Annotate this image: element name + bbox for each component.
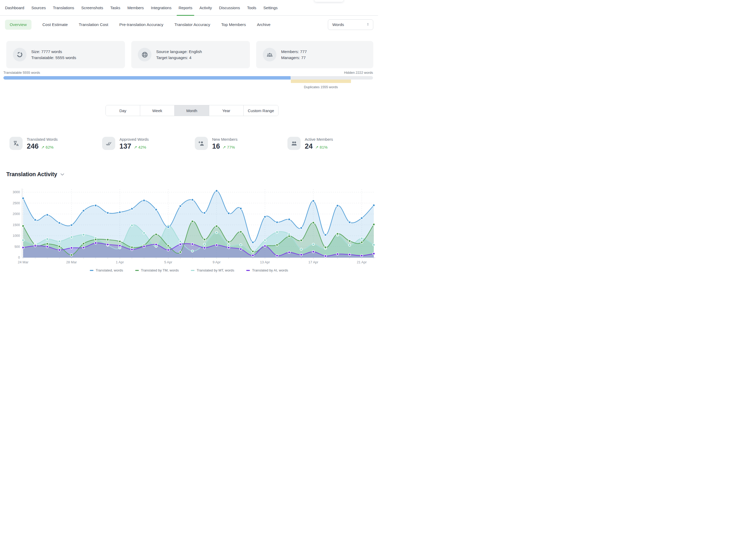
point-translated-by-ai-words bbox=[179, 243, 181, 245]
nav-item-activity[interactable]: Activity bbox=[199, 0, 212, 15]
point-translated-by-ai-words bbox=[300, 254, 302, 256]
subnav-item-top-members[interactable]: Top Members bbox=[221, 22, 246, 27]
point-translated-by-ai-words bbox=[22, 246, 24, 249]
nav-item-integrations[interactable]: Integrations bbox=[151, 0, 171, 15]
point-translated-by-tm-words bbox=[216, 225, 218, 227]
point-translated-by-ai-words bbox=[324, 255, 327, 257]
point-translated-by-ai-words bbox=[119, 244, 121, 247]
point-translated-by-ai-words bbox=[348, 253, 351, 256]
stat-value: 246 bbox=[27, 142, 39, 150]
point-translated-words bbox=[203, 212, 206, 214]
point-translated-by-tm-words bbox=[95, 238, 97, 241]
summary-card-size: Size: 7777 wordsTranslatable: 5555 words bbox=[6, 41, 125, 68]
point-translated-by-mt-words bbox=[228, 244, 230, 246]
range-tab-month[interactable]: Month bbox=[174, 105, 209, 116]
legend-label: Translated, words bbox=[96, 268, 123, 272]
chart-svg: 05001000150020002500300024 Mar28 Mar1 Ap… bbox=[0, 181, 378, 267]
subnav-item-pre-translation-accuracy[interactable]: Pre-translation Accuracy bbox=[119, 22, 163, 27]
top-nav: DashboardSourcesTranslationsScreenshotsT… bbox=[0, 0, 378, 16]
subnav-item-translation-cost[interactable]: Translation Cost bbox=[79, 22, 108, 27]
summary-line: Translatable: 5555 words bbox=[31, 55, 76, 61]
translatable-label: Translatable 5555 words bbox=[3, 71, 40, 75]
legend-item-translated-by-tm-words[interactable]: Translated by TM, words bbox=[135, 268, 179, 272]
stat-value: 16 bbox=[212, 142, 220, 150]
x-axis-tick-label: 24 Mar bbox=[18, 260, 29, 264]
point-translated-words bbox=[240, 207, 242, 210]
units-select[interactable]: Words bbox=[328, 19, 373, 30]
people-icon bbox=[287, 137, 301, 150]
stat-change: ↗ 62% bbox=[41, 145, 54, 150]
point-translated-words bbox=[264, 216, 266, 218]
point-translated-by-tm-words bbox=[46, 243, 49, 245]
translatable-bar bbox=[3, 76, 291, 80]
summary-line: Size: 7777 words bbox=[31, 49, 76, 55]
subnav-item-translator-accuracy[interactable]: Translator Accuracy bbox=[174, 22, 210, 27]
nav-item-screenshots[interactable]: Screenshots bbox=[81, 0, 103, 15]
legend-item-translated-by-ai-words[interactable]: Translated by AI, words bbox=[246, 268, 288, 272]
point-translated-words bbox=[46, 214, 49, 216]
point-translated-words bbox=[191, 199, 194, 201]
x-axis-tick-label: 5 Apr bbox=[164, 260, 172, 264]
point-translated-words bbox=[312, 200, 314, 202]
nav-item-dashboard[interactable]: Dashboard bbox=[5, 0, 24, 15]
range-tab-day[interactable]: Day bbox=[106, 105, 140, 116]
point-translated-by-tm-words bbox=[179, 251, 181, 253]
range-tab-custom-range[interactable]: Custom Range bbox=[243, 105, 278, 116]
chevron-down-icon[interactable] bbox=[60, 172, 64, 177]
nav-item-sources[interactable]: Sources bbox=[31, 0, 46, 15]
legend-dash-icon bbox=[90, 270, 93, 271]
summary-line: Source language: English bbox=[156, 49, 202, 55]
nav-item-tasks[interactable]: Tasks bbox=[110, 0, 120, 15]
point-translated-words bbox=[58, 222, 61, 224]
y-axis-tick-label: 500 bbox=[14, 245, 20, 249]
legend-dash-icon bbox=[246, 270, 250, 271]
point-translated-by-mt-words bbox=[143, 232, 145, 234]
x-axis-tick-label: 9 Apr bbox=[213, 260, 221, 264]
x-axis-tick-label: 1 Apr bbox=[116, 260, 124, 264]
range-tab-week[interactable]: Week bbox=[140, 105, 174, 116]
stat-active-members: Active Members24↗ 81% bbox=[287, 137, 378, 150]
x-axis-tick-label: 13 Apr bbox=[260, 260, 270, 264]
subnav-item-archive[interactable]: Archive bbox=[257, 22, 271, 27]
legend-item-translated-by-mt-words[interactable]: Translated by MT, words bbox=[191, 268, 234, 272]
nav-item-settings[interactable]: Settings bbox=[263, 0, 277, 15]
nav-item-reports[interactable]: Reports bbox=[179, 0, 192, 15]
point-translated-by-ai-words bbox=[264, 245, 266, 247]
subnav-item-cost-estimate[interactable]: Cost Estimate bbox=[43, 22, 68, 27]
point-translated-by-tm-words bbox=[336, 233, 339, 235]
subnav-item-overview[interactable]: Overview bbox=[5, 20, 31, 30]
point-translated-by-tm-words bbox=[373, 223, 375, 226]
globe-icon bbox=[138, 48, 151, 61]
point-translated-words bbox=[70, 224, 73, 226]
section-header: Translation Activity bbox=[6, 171, 64, 178]
nav-item-discussions[interactable]: Discussions bbox=[219, 0, 240, 15]
y-axis-tick-label: 0 bbox=[18, 256, 20, 259]
nav-item-tools[interactable]: Tools bbox=[247, 0, 256, 15]
hidden-label: Hidden 2222 words bbox=[344, 71, 373, 75]
legend-item-translated-words[interactable]: Translated, words bbox=[90, 268, 123, 272]
point-translated-by-ai-words bbox=[336, 253, 339, 255]
section-title: Translation Activity bbox=[6, 171, 57, 178]
point-translated-by-ai-words bbox=[155, 243, 157, 246]
point-translated-by-tm-words bbox=[155, 233, 157, 236]
nav-item-members[interactable]: Members bbox=[127, 0, 144, 15]
point-translated-by-mt-words bbox=[131, 224, 133, 227]
point-translated-by-mt-words bbox=[348, 244, 351, 246]
summary-line: Target languages: 4 bbox=[156, 55, 202, 61]
point-translated-by-mt-words bbox=[179, 240, 181, 243]
point-translated-words bbox=[252, 241, 254, 244]
summary-line: Members: 777 bbox=[281, 49, 307, 55]
point-translated-by-mt-words bbox=[203, 243, 206, 245]
translate-icon: A bbox=[9, 137, 23, 150]
translation-activity-chart[interactable]: 05001000150020002500300024 Mar28 Mar1 Ap… bbox=[0, 181, 378, 267]
person-add-icon bbox=[195, 137, 208, 150]
stat-new-members: New Members16↗ 77% bbox=[195, 137, 287, 150]
legend-dash-icon bbox=[135, 270, 139, 271]
range-tab-year[interactable]: Year bbox=[209, 105, 243, 116]
point-translated-by-tm-words bbox=[70, 254, 73, 256]
nav-item-translations[interactable]: Translations bbox=[53, 0, 74, 15]
stat-change: ↗ 81% bbox=[315, 145, 328, 150]
point-translated-by-tm-words bbox=[228, 241, 230, 243]
point-translated-by-ai-words bbox=[361, 254, 363, 257]
y-axis-tick-label: 1000 bbox=[13, 234, 20, 238]
